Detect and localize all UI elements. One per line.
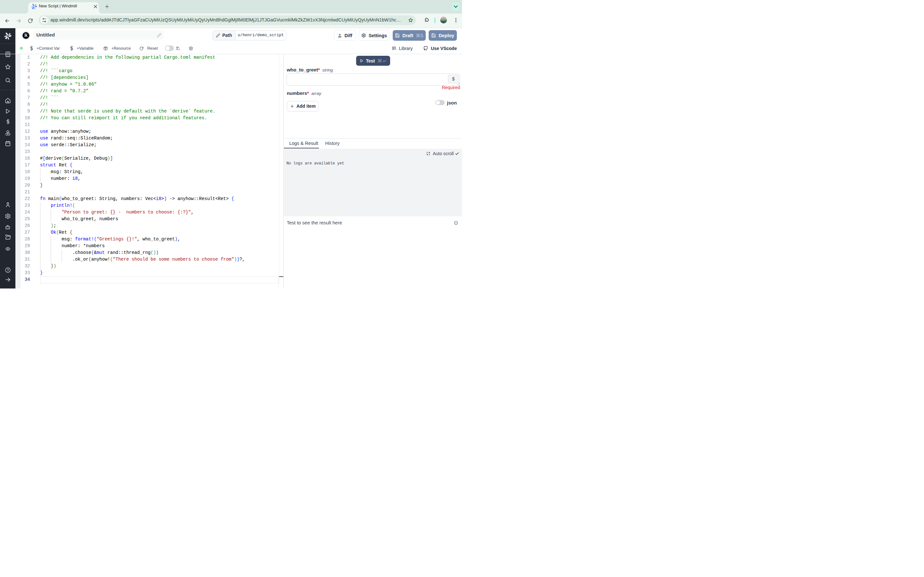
svg-text:R: R <box>24 33 28 38</box>
